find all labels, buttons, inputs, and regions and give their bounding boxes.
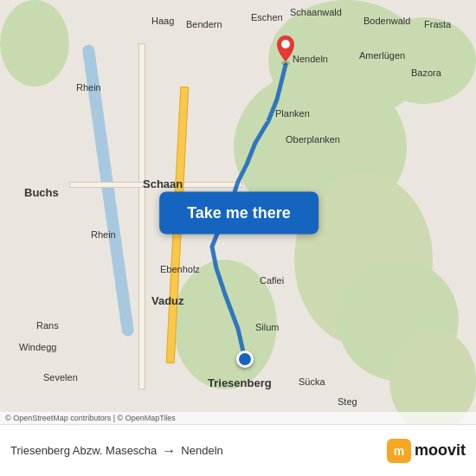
map-label-steg: Steg — [338, 396, 357, 407]
footer-route-info: Triesenberg Abzw. Masescha → Nendeln — [10, 443, 387, 459]
map-label-amerlugen: Amerlügen — [359, 50, 405, 61]
map-label-sevelen: Sevelen — [43, 372, 78, 383]
map-label-buchs: Buchs — [24, 186, 59, 199]
svg-point-1 — [281, 40, 290, 48]
footer-to: Nendeln — [181, 444, 222, 457]
attribution: © OpenStreetMap contributors | © OpenMap… — [0, 412, 476, 424]
map-label-schaanwald: Schaanwald — [290, 7, 342, 17]
terrain-green-2 — [372, 17, 476, 104]
footer-arrow: → — [162, 443, 176, 459]
footer-bar: Triesenberg Abzw. Masescha → Nendeln m m… — [0, 424, 476, 476]
map-label-silum: Silum — [255, 322, 280, 332]
map-container: Take me there © OpenStreetMap contributo… — [0, 0, 476, 424]
map-label-planken: Planken — [275, 108, 310, 119]
road-vertical-1 — [138, 43, 145, 389]
moovit-icon: m — [387, 439, 411, 463]
moovit-label: moovit — [415, 441, 466, 460]
origin-marker — [236, 351, 254, 368]
map-label-bazora: Bazora — [411, 68, 441, 78]
map-label-schaan: Schaan — [143, 177, 183, 190]
map-label-frasta: Frasta — [424, 19, 451, 29]
map-label-eschen: Eschen — [251, 12, 283, 23]
map-label-nendeln: Nendeln — [293, 54, 328, 64]
map-label-oberplanken: Oberplanken — [286, 134, 340, 145]
moovit-logo: m moovit — [387, 439, 466, 463]
map-label-windegg: Windegg — [19, 342, 56, 352]
map-label-sucka: Sücka — [299, 376, 325, 387]
terrain-green-8 — [0, 0, 69, 87]
map-label-bendern: Bendern — [186, 19, 222, 29]
map-label-ebenholz: Ebenholz — [160, 264, 200, 274]
footer-route: Triesenberg Abzw. Masescha → Nendeln — [10, 443, 223, 459]
map-label-rhein2: Rhein — [91, 229, 116, 240]
map-label-haag: Haag — [151, 16, 174, 26]
map-label-bodenwald: Bodenwald — [363, 16, 410, 26]
footer-from: Triesenberg Abzw. Masescha — [10, 444, 157, 457]
destination-marker — [273, 34, 298, 65]
map-label-caflei: Caflei — [260, 275, 284, 286]
map-label-triesenberg: Triesenberg — [208, 376, 272, 389]
map-label-rans: Rans — [36, 320, 59, 331]
map-label-rhein1: Rhein — [76, 82, 101, 93]
terrain-green-6 — [389, 329, 476, 424]
map-label-vaduz: Vaduz — [151, 294, 184, 307]
take-me-there-button[interactable]: Take me there — [159, 192, 318, 235]
